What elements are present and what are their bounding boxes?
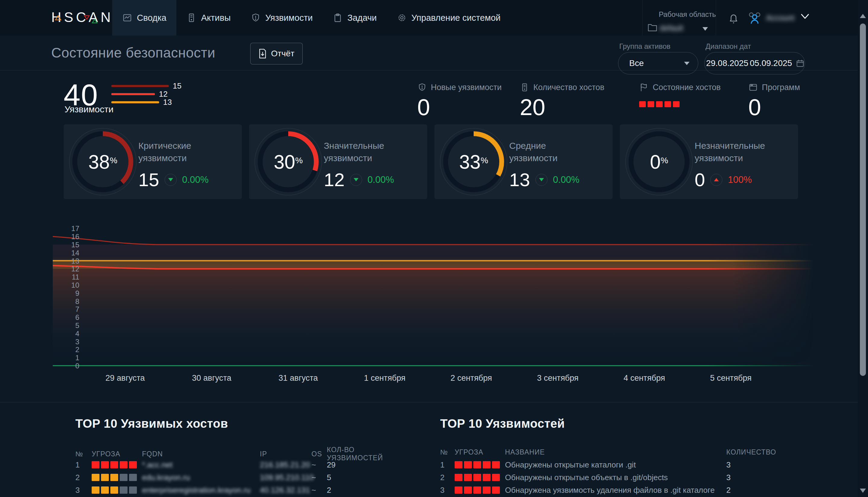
legend-bar-critical <box>111 85 169 87</box>
table-row[interactable]: 3 Обнаружена уязвимость удаления файлов … <box>440 484 817 496</box>
workspace-label: Рабочая область <box>659 10 716 19</box>
stat-value: 0 <box>417 94 502 120</box>
card-value: 12 <box>324 169 345 190</box>
host-state-indicator <box>639 101 720 107</box>
date-from[interactable]: 29.08.2025 <box>705 58 750 68</box>
svg-text:2 сентября: 2 сентября <box>451 373 492 383</box>
change-percent: 0.00% <box>553 174 579 185</box>
threat-indicator <box>455 461 505 468</box>
tab-vulnerabilities[interactable]: Уязвимости <box>240 0 322 36</box>
vulnerability-name: Обнаружены открытые каталоги .git <box>505 460 726 470</box>
chart-glow <box>53 245 816 366</box>
top-vulns-title: TOP 10 Уязвимостей <box>440 417 565 430</box>
tab-label: Управление системой <box>412 13 501 23</box>
svg-text:1 сентября: 1 сентября <box>364 373 405 383</box>
date-range-picker[interactable]: 29.08.2025 05.09.2025 <box>704 52 805 74</box>
svg-text:3: 3 <box>75 338 79 346</box>
svg-text:10: 10 <box>71 281 79 289</box>
stat-label: Состояние хостов <box>653 83 720 92</box>
svg-text:3 сентября: 3 сентября <box>537 373 579 383</box>
stat-value: 0 <box>748 94 800 120</box>
svg-text:2: 2 <box>75 345 79 354</box>
table-row[interactable]: 1 *.acc.net 216.185.21.20 ~ 29 <box>75 458 428 471</box>
card-minor: 0% Незначительныеуязвимости 0 100% <box>620 124 798 199</box>
trend-down-icon <box>354 178 358 181</box>
svg-text:16: 16 <box>71 232 79 241</box>
user-name: Account <box>766 13 795 23</box>
chevron-down-icon[interactable] <box>800 13 810 20</box>
legend-row-medium: 13 <box>111 98 181 106</box>
svg-text:9: 9 <box>75 289 79 297</box>
table-row[interactable]: 2 edu.krayon.ru 109.95.210.110 ~ 5 <box>75 471 428 484</box>
table-row[interactable]: 3 enterpriseregistration.krayon.ru 40.12… <box>75 484 428 496</box>
tab-label: Активы <box>201 13 231 23</box>
trend-down-icon <box>168 178 173 181</box>
scrollbar-thumb[interactable] <box>860 24 866 376</box>
tab-assets[interactable]: Активы <box>176 0 240 36</box>
table-header: №УГРОЗА FQDNIP OSКОЛ-ВО УЯЗВИМОСТЕЙ <box>75 446 428 458</box>
card-critical: 38% Критическиеуязвимости 15 0.00% <box>64 124 242 199</box>
scroll-up-icon[interactable] <box>860 14 866 18</box>
legend-value: 15 <box>173 81 181 91</box>
change-percent: 0.00% <box>368 174 394 185</box>
shield-alert-icon <box>417 83 427 92</box>
vertical-scrollbar[interactable] <box>858 0 868 497</box>
card-value: 0 <box>695 169 705 190</box>
filters: Группа активов Все Диапазон дат 29.08.20… <box>0 36 868 70</box>
legend-row-critical: 15 <box>111 82 181 90</box>
change-percent: 100% <box>728 174 752 185</box>
asset-group-label: Группа активов <box>619 42 671 51</box>
folder-icon <box>647 23 658 32</box>
tab-label: Уязвимости <box>265 13 313 23</box>
legend-row-significant: 12 <box>111 90 181 98</box>
threat-indicator <box>92 461 142 468</box>
scroll-down-icon[interactable] <box>860 488 866 493</box>
vulnerability-name: Обнаружена уязвимость удаления файлов в … <box>505 485 726 495</box>
donut-percent: 38% <box>67 151 139 173</box>
svg-text:15: 15 <box>71 241 79 249</box>
svg-text:17: 17 <box>71 224 79 232</box>
top-nav: HSCAN Сводка Активы Уязвимости Задачи <box>0 0 868 36</box>
svg-text:31 августа: 31 августа <box>279 373 318 383</box>
card-significant: 30% Значительныеуязвимости 12 0.00% <box>249 124 427 199</box>
svg-text:30 августа: 30 августа <box>192 373 232 383</box>
ip-value: 109.95.210.110 <box>260 473 312 482</box>
donut-percent: 0% <box>623 151 695 173</box>
stat-host-state: Состояние хостов <box>639 83 720 107</box>
card-label: Критическиеуязвимости <box>138 140 191 164</box>
asset-group-value: Все <box>629 58 644 68</box>
total-vulnerabilities-label: Уязвимости <box>65 104 114 114</box>
table-row[interactable]: 2 Обнаружены открытые объекты в .git/obj… <box>440 471 817 484</box>
stat-label: Программ <box>762 83 800 92</box>
users-icon[interactable] <box>746 10 763 25</box>
svg-text:1: 1 <box>75 354 79 362</box>
tab-summary[interactable]: Сводка <box>112 0 176 36</box>
card-label: Значительныеуязвимости <box>324 140 384 164</box>
date-to[interactable]: 05.09.2025 <box>750 58 792 68</box>
severity-legend: 15 12 13 <box>111 82 181 106</box>
donut-percent: 30% <box>252 151 325 173</box>
stat-new-vulnerabilities: Новые уязвимости 0 <box>417 83 502 120</box>
asset-group-select[interactable]: Все <box>618 52 698 74</box>
ip-value: 40.126.32.131 <box>260 485 312 495</box>
select-caret-icon <box>684 62 690 65</box>
stat-value: 20 <box>520 94 605 120</box>
severity-cards: 38% Критическиеуязвимости 15 0.00% 30% З… <box>64 124 798 199</box>
workspace-name: default <box>660 24 683 33</box>
workspace-caret-icon <box>702 27 708 31</box>
legend-bar-significant <box>111 93 155 95</box>
workspace-selector[interactable]: Рабочая область default <box>642 0 716 36</box>
hscan-logo[interactable]: HSCAN <box>51 9 112 27</box>
table-row[interactable]: 1 Обнаружены открытые каталоги .git 3 <box>440 458 817 471</box>
tab-system-management[interactable]: Управление системой <box>387 0 511 36</box>
tab-label: Сводка <box>137 13 166 23</box>
tab-tasks[interactable]: Задачи <box>322 0 386 36</box>
svg-text:6: 6 <box>75 313 79 322</box>
threat-indicator <box>92 486 142 494</box>
page-header: Состояние безопасности Отчёт Группа акти… <box>0 36 868 70</box>
user-area: Account <box>716 0 858 36</box>
bell-icon[interactable] <box>728 12 740 25</box>
top-vulns-table: №УГРОЗА НАЗВАНИЕКОЛИЧЕСТВО 1 Обнаружены … <box>440 446 817 496</box>
legend-value: 13 <box>163 98 172 107</box>
svg-text:5 сентября: 5 сентября <box>710 373 752 383</box>
